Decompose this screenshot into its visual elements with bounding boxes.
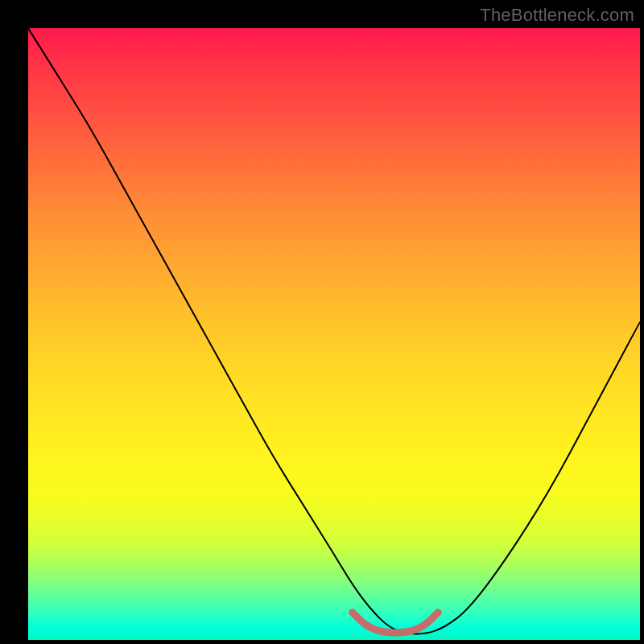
plot-area [28,28,640,640]
chart-container: TheBottleneck.com [0,0,644,644]
watermark-text: TheBottleneck.com [480,5,634,26]
optimal-range-marker [353,613,438,633]
bottleneck-curve [28,28,640,634]
curves-svg [28,28,640,640]
